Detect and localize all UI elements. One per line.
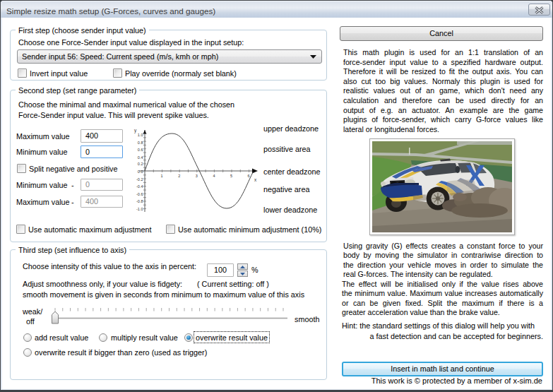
- svg-text:0.0: 0.0: [138, 170, 143, 174]
- svg-text:-1.0: -1.0: [136, 207, 143, 211]
- svg-text:-0.8: -0.8: [136, 199, 143, 203]
- svg-text:-0.2: -0.2: [136, 177, 143, 182]
- svg-text:6: 6: [248, 174, 250, 178]
- svg-text:0.8: 0.8: [138, 141, 143, 145]
- svg-text:y: y: [134, 128, 137, 133]
- svg-text:1: 1: [161, 174, 163, 178]
- svg-text:1.0: 1.0: [138, 133, 143, 137]
- svg-text:4: 4: [213, 174, 215, 178]
- svg-text:-0.6: -0.6: [136, 192, 143, 196]
- svg-text:-0.4: -0.4: [136, 184, 143, 189]
- svg-text:2: 2: [178, 174, 180, 178]
- svg-text:0.2: 0.2: [138, 162, 143, 166]
- svg-text:0.6: 0.6: [138, 148, 143, 152]
- svg-text:0.4: 0.4: [138, 155, 143, 160]
- svg-text:3: 3: [196, 174, 198, 178]
- svg-text:5: 5: [230, 174, 232, 178]
- svg-text:x: x: [254, 177, 257, 182]
